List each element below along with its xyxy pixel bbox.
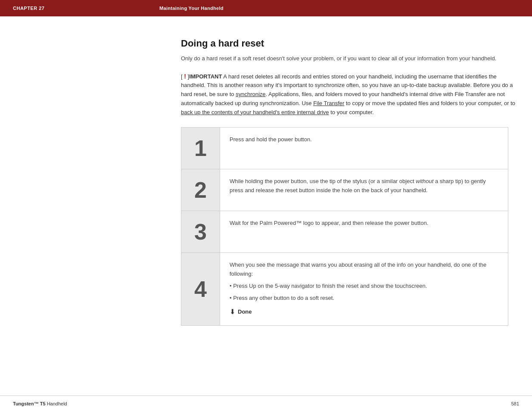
header-title: Maintaining Your Handheld (159, 6, 224, 11)
file-transfer-link[interactable]: File Transfer (313, 100, 344, 106)
intro-text: Only do a hard reset if a soft reset doe… (181, 54, 519, 63)
footer-brand: Tungsten™ T5 (13, 401, 46, 406)
important-text3: to copy or move the updated files and fo… (344, 100, 515, 106)
step-number-3: 3 (181, 211, 220, 252)
step-3-text: Wait for the Palm Powered™ logo to appea… (230, 219, 498, 227)
step-row-3: 3 Wait for the Palm Powered™ logo to app… (181, 211, 508, 253)
main-content: Doing a hard reset Only do a hard reset … (0, 16, 532, 352)
step-2-text: While holding the power button, use the … (230, 177, 498, 194)
header-chapter: CHAPTER 27 (13, 6, 159, 11)
done-arrow-icon: ⬇ (230, 307, 235, 318)
step-4-main-text: When you see the message that warns you … (230, 261, 498, 278)
step-number-4: 4 (181, 253, 220, 325)
step-content-3: Wait for the Palm Powered™ logo to appea… (220, 211, 508, 252)
step-number-1: 1 (181, 128, 220, 169)
header-bar: CHAPTER 27 Maintaining Your Handheld (0, 0, 532, 16)
done-row: ⬇ Done (230, 307, 498, 318)
step-2-text-part1: While holding the power button, use the … (230, 178, 416, 184)
footer-brand-suffix: Handheld (46, 401, 67, 406)
step-row-1: 1 Press and hold the power button. (181, 128, 508, 169)
step-content-4: When you see the message that warns you … (220, 253, 508, 325)
step-content-2: While holding the power button, use the … (220, 169, 508, 211)
steps-table: 1 Press and hold the power button. 2 Whi… (181, 127, 508, 325)
footer-page-number: 581 (511, 401, 519, 406)
step-4-bullet-1: • Press Up on the 5-way navigator to fin… (230, 282, 498, 290)
footer: Tungsten™ T5 Handheld 581 (0, 395, 532, 411)
synchronize-link[interactable]: synchronize (236, 91, 265, 97)
step-2-text-italic: without (416, 178, 433, 184)
section-title: Doing a hard reset (181, 38, 519, 49)
step-1-text: Press and hold the power button. (230, 135, 498, 144)
important-text4: to your computer. (329, 109, 374, 115)
important-label: IMPORTANT (189, 73, 222, 80)
backup-link[interactable]: back up the contents of your handheld's … (181, 109, 329, 115)
step-content-1: Press and hold the power button. (220, 128, 508, 169)
step-4-bullet-2: • Press any other button to do a soft re… (230, 294, 498, 302)
done-label: Done (238, 308, 252, 316)
step-number-2: 2 (181, 169, 220, 211)
footer-left: Tungsten™ T5 Handheld (13, 401, 67, 406)
step-row-4: 4 When you see the message that warns yo… (181, 253, 508, 325)
step-row-2: 2 While holding the power button, use th… (181, 169, 508, 211)
important-box: [ ! ]IMPORTANT A hard reset deletes all … (181, 72, 519, 117)
